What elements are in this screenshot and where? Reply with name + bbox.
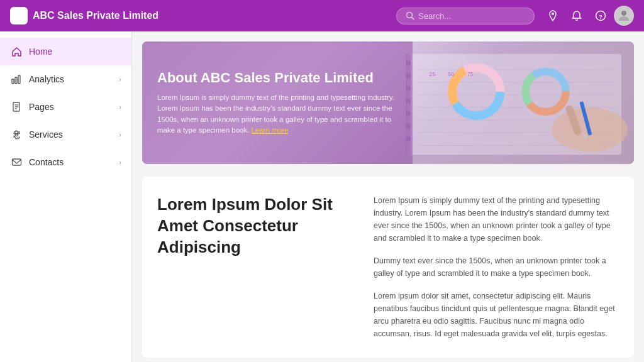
sidebar-item-analytics[interactable]: Analytics › (0, 65, 131, 93)
svg-rect-0 (14, 16, 16, 21)
svg-point-8 (621, 11, 626, 16)
sidebar-item-pages-label: Pages (29, 102, 113, 112)
svg-line-4 (412, 18, 414, 20)
sidebar-item-home-label: Home (29, 47, 121, 57)
sidebar-item-home[interactable]: Home (0, 38, 131, 65)
sidebar-item-contacts-label: Contacts (29, 157, 113, 167)
contacts-icon (10, 156, 23, 168)
svg-rect-2 (20, 11, 22, 21)
svg-text:75: 75 (467, 71, 473, 77)
sidebar-item-pages[interactable]: Pages › (0, 93, 131, 121)
hero-learn-more-link[interactable]: Learn more (252, 126, 289, 134)
search-icon (406, 11, 414, 20)
hero-banner: 25 50 75 About ABC Sales Private Limited… (142, 41, 634, 164)
location-button[interactable] (542, 5, 564, 26)
svg-rect-11 (18, 75, 20, 84)
logo-icon (10, 7, 28, 25)
content-left: Lorem Ipsum Dolor Sit Amet Consectetur A… (157, 194, 358, 340)
search-input[interactable] (418, 11, 525, 21)
help-button[interactable]: ? (590, 5, 611, 26)
header-actions: ? (542, 5, 634, 26)
svg-text:?: ? (599, 14, 602, 20)
location-icon (547, 10, 558, 21)
content-para-1: Lorem Ipsum is simply dummy text of the … (374, 194, 619, 244)
sidebar: Home Analytics › Pa (0, 31, 132, 362)
svg-rect-10 (15, 77, 17, 84)
svg-text:50: 50 (448, 71, 454, 77)
app-title: ABC Sales Private Limited (33, 10, 158, 21)
sidebar-item-analytics-label: Analytics (29, 74, 113, 84)
content-heading: Lorem Ipsum Dolor Sit Amet Consectetur A… (157, 194, 358, 258)
bell-icon (571, 10, 582, 21)
content-section: Lorem Ipsum Dolor Sit Amet Consectetur A… (142, 177, 634, 358)
home-icon (10, 45, 23, 58)
sidebar-item-services-label: Services (29, 129, 113, 140)
svg-rect-1 (17, 13, 19, 21)
search-bar[interactable] (396, 8, 535, 25)
services-chevron-icon: › (119, 131, 121, 138)
sidebar-item-services[interactable]: Services › (0, 121, 131, 148)
services-icon (10, 128, 23, 141)
analytics-icon (10, 73, 23, 85)
header-logo: ABC Sales Private Limited (10, 7, 389, 25)
pages-icon (10, 101, 23, 113)
sidebar-item-contacts[interactable]: Contacts › (0, 148, 131, 176)
hero-title: About ABC Sales Private Limited (157, 70, 397, 86)
svg-rect-9 (12, 79, 14, 84)
svg-point-5 (552, 13, 554, 15)
analytics-chevron-icon: › (119, 75, 121, 83)
svg-text:25: 25 (429, 71, 435, 77)
content-para-2: Dummy text ever since the 1500s, when an… (374, 255, 619, 280)
content-para-3: Lorem ipsum dolor sit amet, consectetur … (374, 290, 619, 340)
header: ABC Sales Private Limited ? (0, 0, 644, 31)
help-icon: ? (595, 10, 606, 21)
content-right: Lorem Ipsum is simply dummy text of the … (374, 194, 619, 340)
hero-overlay: About ABC Sales Private Limited Lorem Ip… (142, 41, 413, 164)
avatar[interactable] (614, 6, 634, 26)
pages-chevron-icon: › (119, 103, 121, 111)
contacts-chevron-icon: › (119, 158, 121, 166)
notifications-button[interactable] (566, 5, 587, 26)
hero-text: Lorem Ipsum is simply dummy text of the … (157, 92, 397, 136)
page-layout: Home Analytics › Pa (0, 31, 644, 362)
svg-rect-17 (12, 159, 21, 165)
main-content: 25 50 75 About ABC Sales Private Limited… (132, 31, 644, 362)
